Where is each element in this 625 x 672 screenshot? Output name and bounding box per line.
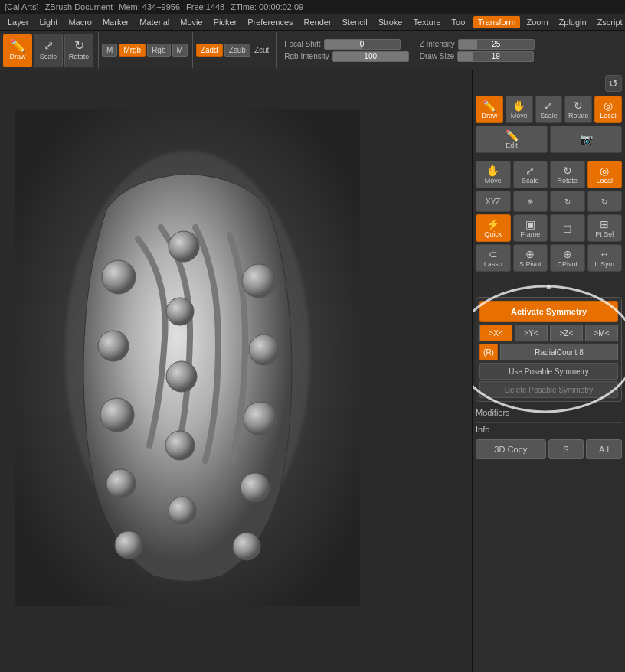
svg-point-12 [169,231,199,262]
frame-icon: ▣ [525,219,535,230]
edit-panel-button[interactable]: ✏️ Edit [476,126,548,153]
local-panel-label: Local [600,112,617,119]
rgb-toggle[interactable]: Rgb [147,44,170,57]
camera-panel-button[interactable]: 📷 [550,126,622,153]
rgb-intensity-label: Rgb Intensity [284,52,329,60]
gizmo2-button[interactable]: ↻ [550,191,585,212]
rgb-intensity-row: Rgb Intensity 100 [284,51,408,62]
menu-render[interactable]: Render [299,16,336,28]
svg-point-3 [98,331,129,361]
menu-preferences[interactable]: Preferences [243,16,297,28]
rgb-m-toggle[interactable]: M [172,44,188,57]
local-mode-button[interactable]: ◎ Local [587,161,623,188]
ptsel-button[interactable]: ⊞ Pt Sel [587,214,623,242]
menu-material[interactable]: Material [135,16,174,28]
z-intensity-slider[interactable]: 25 [458,39,535,50]
info-label: Info [476,422,622,435]
cpivot-button[interactable]: ⊕ CPivot [550,244,585,272]
xyz-row: XYZ ⊕ ↻ ↻ [476,191,622,212]
move-panel-button[interactable]: ✋ Move [506,96,533,123]
box-icon: ◻ [563,223,572,233]
lasso-icon: ⊂ [489,249,498,259]
frame-button[interactable]: ▣ Frame [513,214,548,242]
quick-button[interactable]: ⚡ Quick [476,214,511,242]
menu-picker[interactable]: Picker [209,16,242,28]
xyz-button[interactable]: XYZ [476,191,511,212]
lsym-button[interactable]: ↔ L.Sym [587,244,623,272]
local-panel-icon: ◎ [604,100,613,111]
box-button[interactable]: ◻ [550,214,585,242]
activate-symmetry-button[interactable]: Activate Symmetry [479,301,618,322]
focal-slider[interactable]: 0 [324,39,401,50]
menu-movie[interactable]: Movie [175,16,207,28]
scale-mode-label: Scale [522,177,539,184]
draw-size-slider[interactable]: 19 [457,51,534,62]
spivot-button[interactable]: ⊕ S.Pivot [513,244,548,272]
menu-transform[interactable]: Transform [473,16,521,28]
scale-button[interactable]: ⤢ Scale [34,34,63,67]
gizmo1-button[interactable]: ⊕ [513,191,548,212]
scale-label: Scale [40,53,57,60]
svg-point-5 [106,469,136,498]
local-panel-button[interactable]: ◎ Local [594,96,622,123]
draw-button[interactable]: ✏️ Draw [3,34,32,67]
main-area: ↺ ✏️ Draw ✋ Move ⤢ Scale ↻ Rotate ◎ Loca… [0,70,625,672]
draw-panel-button[interactable]: ✏️ Draw [476,96,503,123]
radial-count-button[interactable]: RadialCount 8 [500,344,618,360]
rgb-intensity-slider[interactable]: 100 [332,51,409,62]
lasso-label: Lasso [484,260,502,268]
svg-point-13 [166,298,194,325]
scale-panel-button[interactable]: ⤢ Scale [535,96,563,123]
y-axis-button[interactable]: >Y< [515,325,548,341]
m-toggle[interactable]: M [102,44,117,57]
3d-copy-button[interactable]: 3D Copy [476,439,546,459]
gizmo3-button[interactable]: ↻ [587,191,623,212]
zsub-toggle[interactable]: Zsub [224,44,250,57]
rotate-button[interactable]: ↻ Rotate [64,34,93,67]
rotate-label: Rotate [69,53,90,60]
rotate-mode-icon: ↻ [563,165,572,176]
menu-stroke[interactable]: Stroke [374,16,407,28]
menu-texture[interactable]: Texture [408,16,445,28]
svg-point-8 [249,334,280,365]
menu-macro[interactable]: Macro [64,16,97,28]
lasso-button[interactable]: ⊂ Lasso [476,244,511,272]
menu-tool[interactable]: Tool [447,16,472,28]
menu-marker[interactable]: Marker [98,16,133,28]
x-axis-button[interactable]: >X< [479,325,512,341]
menu-stencil[interactable]: Stencil [338,16,372,28]
move-mode-label: Move [485,177,502,184]
canvas-area[interactable] [0,70,472,672]
copy-s-button[interactable]: S [548,439,584,459]
svg-point-6 [115,531,142,559]
symmetry-indicator: ▲ [476,279,622,293]
menu-zscript[interactable]: Zscript [593,16,625,28]
z-axis-button[interactable]: >Z< [550,325,583,341]
copy-row: 3D Copy S A.I [476,439,622,459]
mrgb-toggle[interactable]: Mrgb [119,44,146,57]
zadd-toggle[interactable]: Zadd [196,44,223,57]
edit-label: Edit [506,142,518,149]
rotate-panel-button[interactable]: ↻ Rotate [564,96,592,123]
symmetry-axis-row: >X< >Y< >Z< >M< [479,325,618,341]
menu-layer[interactable]: Layer [3,16,34,28]
move-mode-button[interactable]: ✋ Move [476,161,511,188]
draw-size-row: Draw Size 19 [420,51,535,62]
delete-posable-symmetry-button[interactable]: Delete Posable Symmetry [479,381,618,398]
move-panel-icon: ✋ [512,100,525,111]
menu-zplugin[interactable]: Zplugin [555,16,591,28]
svg-point-2 [102,260,136,294]
refresh-button[interactable]: ↺ [605,75,622,92]
free-info: Free:1448 [186,2,224,11]
symmetry-section: Activate Symmetry >X< >Y< >Z< >M< (R) Ra… [476,297,622,402]
menu-light[interactable]: Light [35,16,63,28]
use-posable-symmetry-button[interactable]: Use Posable Symmetry [479,363,618,380]
lsym-label: L.Sym [594,260,614,268]
separator1 [476,155,622,158]
ai-button[interactable]: A.I [586,439,622,459]
scale-mode-button[interactable]: ⤢ Scale [513,161,548,188]
rotate-mode-button[interactable]: ↻ Rotate [550,161,585,188]
radial-r-button[interactable]: (R) [479,344,498,360]
menu-zoom[interactable]: Zoom [522,16,552,28]
m-axis-button[interactable]: >M< [585,325,618,341]
